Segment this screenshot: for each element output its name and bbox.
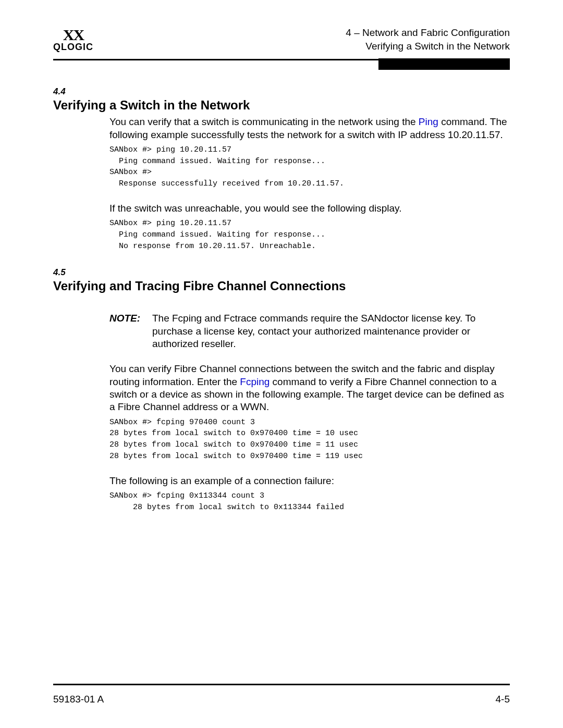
section-45-title: Verifying and Tracing Fibre Channel Conn… xyxy=(53,279,510,293)
section-45-para-2: The following is an example of a connect… xyxy=(109,475,510,487)
fcping-command-link[interactable]: Fcping xyxy=(240,376,270,387)
chapter-tab xyxy=(378,58,510,70)
qlogic-logo: XX QLOGIC xyxy=(53,27,93,53)
header-line-2: Verifying a Switch in the Network xyxy=(346,40,510,53)
section-44-para-2: If the switch was unreachable, you would… xyxy=(109,202,510,215)
section-44-number: 4.4 xyxy=(53,87,510,97)
section-44-code-1: SANbox #> ping 10.20.11.57 Ping command … xyxy=(109,144,510,190)
note-text: The Fcping and Fctrace commands require … xyxy=(152,312,510,350)
section-45-code-2: SANbox #> fcping 0x113344 count 3 28 byt… xyxy=(109,490,510,513)
section-44-para-1: You can verify that a switch is communic… xyxy=(109,116,510,141)
para-text: You can verify that a switch is communic… xyxy=(109,116,419,127)
section-44-body: You can verify that a switch is communic… xyxy=(109,116,510,252)
footer-doc-id: 59183-01 A xyxy=(53,694,104,705)
page-header: XX QLOGIC 4 – Network and Fabric Configu… xyxy=(53,26,510,57)
note-block: NOTE: The Fcping and Fctrace commands re… xyxy=(109,312,510,350)
section-45-body: NOTE: The Fcping and Fctrace commands re… xyxy=(109,312,510,513)
section-44-title: Verifying a Switch in the Network xyxy=(53,98,510,113)
logo-glyph-icon: XX xyxy=(63,27,83,43)
logo-wordmark: QLOGIC xyxy=(53,42,93,53)
footer-rule xyxy=(53,684,510,685)
page: XX QLOGIC 4 – Network and Fabric Configu… xyxy=(0,0,563,728)
ping-command-link[interactable]: Ping xyxy=(419,116,438,127)
header-line-1: 4 – Network and Fabric Configuration xyxy=(346,26,510,40)
content: 4.4 Verifying a Switch in the Network Yo… xyxy=(53,87,510,513)
section-44-code-2: SANbox #> ping 10.20.11.57 Ping command … xyxy=(109,218,510,252)
section-45-code-1: SANbox #> fcping 970400 count 3 28 bytes… xyxy=(109,417,510,462)
header-text: 4 – Network and Fabric Configuration Ver… xyxy=(346,26,510,53)
section-45-para-1: You can verify Fibre Channel connections… xyxy=(109,363,510,413)
page-footer: 59183-01 A 4-5 xyxy=(53,694,510,705)
footer-page-number: 4-5 xyxy=(496,694,510,705)
section-45-number: 4.5 xyxy=(53,267,510,278)
note-label: NOTE: xyxy=(109,312,152,350)
